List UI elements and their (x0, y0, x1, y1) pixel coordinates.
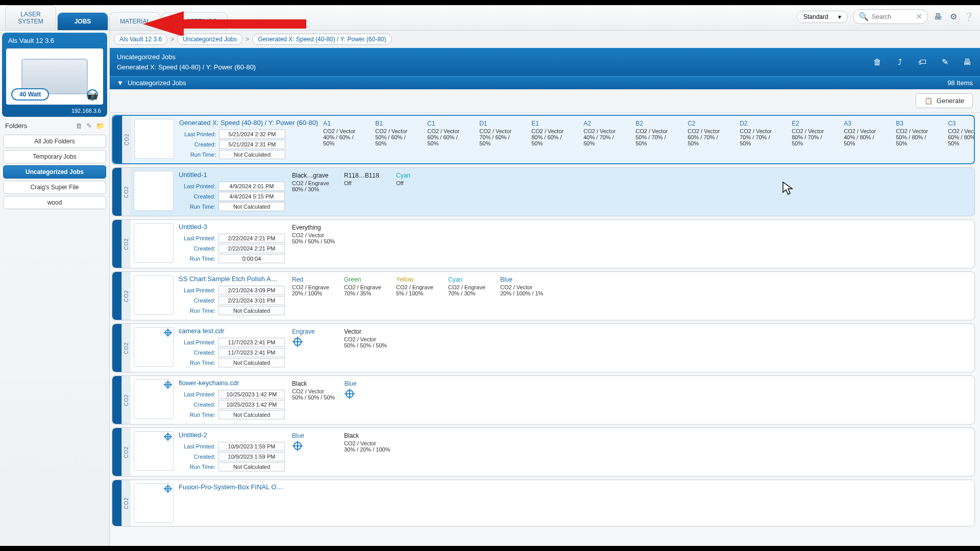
gear-icon[interactable]: ⚙ (948, 12, 959, 22)
tab-job-settings[interactable]: JOB SETTINGS (162, 12, 228, 30)
laser-type-tag: CO2 (121, 272, 131, 320)
collapse-caret-icon: ▼ (117, 79, 124, 87)
header-line1: Uncategorized Jobs (117, 52, 256, 62)
trash-icon[interactable]: 🗑 (76, 122, 82, 130)
registration-icon (164, 433, 172, 442)
page-header: Uncategorized Jobs Generated X: Speed (4… (110, 48, 980, 76)
top-tab-bar: LASERSYSTEMJOBSMATERIALJOB SETTINGS Stan… (0, 5, 980, 31)
process-column: B2CO2 / Vector50% / 70% / 50% (635, 120, 678, 159)
printer-icon[interactable]: 🖶 (933, 12, 943, 22)
pencil-icon[interactable]: ✎ (939, 57, 950, 68)
process-column: B1CO2 / Vector50% / 60% / 50% (375, 120, 418, 159)
job-card[interactable]: CO2flower-keychains.cdrLast Printed:10/2… (112, 375, 975, 424)
job-spine (112, 168, 121, 216)
device-card[interactable]: Als Vault 12 3.6 40 Watt 📷 192.168.3.6 (2, 33, 107, 117)
clear-search-icon[interactable]: ✕ (916, 12, 922, 21)
job-card[interactable]: CO2camera test.cdrLast Printed:11/7/2023… (112, 323, 975, 372)
process-column: R118…B118Off (344, 172, 387, 212)
process-column: C2CO2 / Vector60% / 70% / 50% (688, 120, 730, 159)
job-spine (113, 116, 122, 163)
job-spine (112, 324, 121, 372)
job-title: Untitled-2 (179, 431, 287, 439)
job-card[interactable]: CO2Untitled-1Last Printed:4/9/2024 2:01 … (112, 167, 975, 216)
section-header[interactable]: ▼Uncategorized Jobs 98 Items (110, 76, 980, 89)
generate-icon: 📋 (924, 97, 933, 105)
process-column: BlackCO2 / Vector30% / 20% / 100% (344, 432, 390, 472)
registration-icon (164, 381, 172, 390)
process-column: BlackCO2 / Vector50% / 50% / 50% (292, 380, 335, 420)
job-thumbnail (134, 431, 174, 471)
tab-material[interactable]: MATERIAL (109, 12, 161, 30)
mode-dropdown[interactable]: Standard▾ (797, 11, 848, 23)
folder-temporary-jobs[interactable]: Temporary Jobs (3, 150, 106, 163)
job-card[interactable]: CO2Fusion-Pro-System-Box FINAL O… (112, 480, 975, 527)
folder-all-job-folders[interactable]: All Job Folders (3, 135, 106, 148)
camera-icon[interactable]: 📷 (87, 89, 98, 101)
delete-icon[interactable]: 🗑 (872, 57, 883, 68)
process-column: CyanCO2 / Engrave70% / 30% (448, 276, 491, 316)
process-column: VectorCO2 / Vector50% / 50% / 50% (344, 328, 387, 368)
device-image: 40 Watt 📷 (6, 48, 103, 105)
process-column: Blue (292, 432, 335, 472)
chevron-down-icon: ▾ (838, 13, 841, 20)
search-input[interactable] (872, 13, 913, 20)
job-thumbnail (134, 379, 174, 419)
crumb-0[interactable]: Als Vault 12 3.6 (114, 34, 167, 45)
process-column: EverythingCO2 / Vector50% / 50% / 50% (292, 224, 335, 264)
job-card[interactable]: CO2Untitled-2Last Printed:10/9/2023 1:59… (112, 428, 975, 477)
tag-icon[interactable]: 🏷 (917, 57, 928, 68)
job-thumbnail (134, 483, 174, 523)
job-thumbnail (134, 119, 174, 159)
job-thumbnail (134, 275, 174, 315)
breadcrumb: Als Vault 12 3.6>Uncategorized Jobs>Gene… (110, 31, 980, 48)
job-card[interactable]: CO2Untitled-3Last Printed:2/22/2024 2:21… (112, 219, 975, 268)
upload-icon[interactable]: ⤴ (894, 57, 905, 68)
print-icon[interactable]: 🖶 (962, 57, 973, 68)
process-column: A3CO2 / Vector40% / 80% / 50% (844, 120, 887, 159)
folder-uncategorized-jobs[interactable]: Uncategorized Jobs (3, 165, 106, 179)
job-title: Generated X: Speed (40-80) / Y: Power (6… (179, 119, 318, 127)
help-icon[interactable]: ❔ (964, 12, 974, 22)
job-title: Untitled-3 (179, 223, 287, 231)
search-icon: 🔍 (859, 12, 869, 21)
registration-icon (164, 485, 172, 494)
folder-craig-s-super-file[interactable]: Craig's Super File (3, 181, 106, 194)
process-column: E2CO2 / Vector80% / 70% / 50% (792, 120, 835, 159)
edit-icon[interactable]: ✎ (86, 122, 92, 130)
job-card[interactable]: CO2SS Chart Sample Etch Polish A…Last Pr… (112, 271, 975, 320)
process-column: C1CO2 / Vector60% / 60% / 50% (427, 120, 470, 159)
job-title: SS Chart Sample Etch Polish A… (179, 275, 287, 283)
crumb-2[interactable]: Generated X: Speed (40-80) / Y: Power (6… (252, 34, 391, 45)
search-box[interactable]: 🔍 ✕ (853, 9, 928, 24)
folder-wood[interactable]: wood (3, 196, 106, 209)
job-title: camera test.cdr (179, 327, 287, 335)
generate-button[interactable]: 📋 Generate (916, 93, 973, 108)
process-column: CyanOff (396, 172, 439, 212)
job-thumbnail (134, 327, 174, 367)
process-column: Engrave (292, 328, 335, 368)
device-name: Als Vault 12 3.6 (4, 35, 105, 46)
tab-laser-system[interactable]: LASERSYSTEM (5, 5, 56, 30)
job-spine (112, 272, 121, 320)
job-spine (112, 376, 121, 424)
laser-type-tag: CO2 (121, 376, 131, 424)
laser-type-tag: CO2 (121, 220, 131, 268)
crumb-1[interactable]: Uncategorized Jobs (177, 34, 242, 45)
job-spine (112, 428, 121, 476)
job-spine (112, 480, 121, 526)
process-column: Black…graveCO2 / Engrave80% / 30% (292, 172, 335, 212)
laser-type-tag: CO2 (121, 428, 131, 476)
laser-type-tag: CO2 (121, 480, 131, 526)
job-thumbnail (134, 223, 174, 263)
job-list: CO2Generated X: Speed (40-80) / Y: Power… (110, 113, 980, 546)
process-column: A2CO2 / Vector40% / 70% / 50% (583, 120, 626, 159)
item-count: 98 Items (947, 79, 973, 87)
process-column: D2CO2 / Vector70% / 70% / 50% (740, 120, 782, 159)
process-column: C3CO2 / Vector60% / 80% / 50% (948, 120, 974, 159)
sidebar: Als Vault 12 3.6 40 Watt 📷 192.168.3.6 F… (0, 31, 110, 546)
new-folder-icon[interactable]: 📁 (96, 122, 104, 130)
tab-jobs[interactable]: JOBS (57, 12, 108, 30)
job-title: Untitled-1 (179, 171, 287, 179)
job-card[interactable]: CO2Generated X: Speed (40-80) / Y: Power… (112, 115, 975, 164)
process-column: Blue (344, 380, 387, 420)
